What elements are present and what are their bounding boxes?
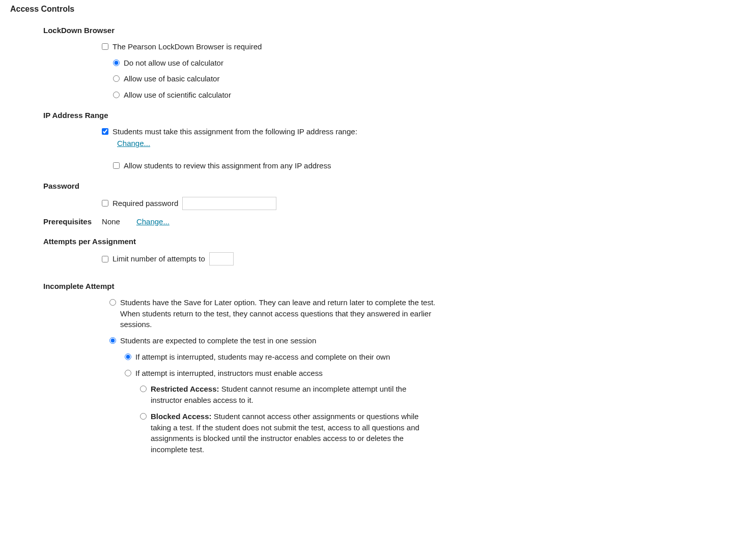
blocked-access-label: Blocked Access: Student cannot access ot… bbox=[151, 411, 436, 455]
ip-allow-review-checkbox[interactable] bbox=[113, 162, 120, 169]
blocked-access-radio[interactable] bbox=[140, 413, 147, 420]
password-heading: Password bbox=[43, 181, 722, 192]
calc-basic-radio[interactable] bbox=[113, 75, 120, 82]
prereq-change-link[interactable]: Change... bbox=[136, 216, 170, 227]
ip-allow-review-label: Allow students to review this assignment… bbox=[124, 160, 722, 171]
lockdown-heading: LockDown Browser bbox=[43, 25, 722, 36]
incomplete-one-session-radio[interactable] bbox=[109, 337, 116, 344]
password-required-label: Required password bbox=[112, 198, 178, 209]
incomplete-one-session-label: Students are expected to complete the te… bbox=[120, 335, 722, 346]
ip-required-checkbox[interactable] bbox=[102, 128, 108, 135]
incomplete-save-label: Students have the Save for Later option.… bbox=[120, 297, 436, 330]
attempts-limit-label: Limit number of attempts to bbox=[112, 253, 205, 264]
incomplete-heading: Incomplete Attempt bbox=[43, 281, 722, 292]
restricted-access-label: Restricted Access: Student cannot resume… bbox=[151, 384, 436, 406]
lockdown-required-checkbox[interactable] bbox=[102, 43, 108, 50]
restricted-access-radio[interactable] bbox=[140, 386, 147, 392]
page-title: Access Controls bbox=[10, 3, 722, 15]
interrupted-instructor-radio[interactable] bbox=[125, 370, 131, 376]
calc-none-radio[interactable] bbox=[113, 60, 120, 66]
ip-change-link[interactable]: Change... bbox=[117, 139, 150, 148]
attempts-heading: Attempts per Assignment bbox=[43, 236, 722, 247]
interrupted-reaccess-label: If attempt is interrupted, students may … bbox=[135, 351, 722, 363]
interrupted-reaccess-radio[interactable] bbox=[125, 353, 131, 360]
ip-heading: IP Address Range bbox=[43, 110, 722, 121]
calc-sci-label: Allow use of scientific calculator bbox=[124, 90, 722, 101]
lockdown-required-label: The Pearson LockDown Browser is required bbox=[112, 41, 722, 52]
ip-required-label: Students must take this assignment from … bbox=[112, 126, 722, 137]
calc-sci-radio[interactable] bbox=[113, 92, 120, 98]
interrupted-instructor-label: If attempt is interrupted, instructors m… bbox=[135, 368, 722, 379]
calc-basic-label: Allow use of basic calculator bbox=[124, 73, 722, 84]
incomplete-save-radio[interactable] bbox=[109, 299, 116, 306]
password-input[interactable] bbox=[182, 197, 276, 210]
calc-none-label: Do not allow use of calculator bbox=[124, 57, 722, 69]
attempts-limit-checkbox[interactable] bbox=[102, 256, 108, 262]
prereq-none-label: None bbox=[102, 216, 120, 227]
prereq-heading: Prerequisites bbox=[43, 216, 92, 227]
password-required-checkbox[interactable] bbox=[102, 200, 108, 207]
attempts-limit-input[interactable] bbox=[209, 252, 234, 266]
